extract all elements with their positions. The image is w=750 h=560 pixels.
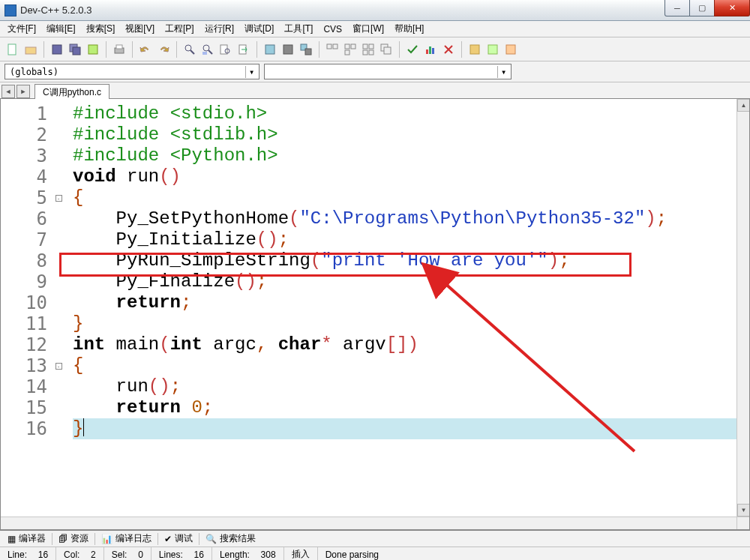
svg-rect-35 <box>488 45 497 54</box>
svg-rect-24 <box>345 50 350 55</box>
scope-combo[interactable]: (globals) ▾ <box>4 64 260 79</box>
new-file-icon[interactable] <box>4 41 21 58</box>
window-tile-icon[interactable] <box>360 41 376 58</box>
tool3-icon[interactable] <box>502 41 519 58</box>
svg-rect-36 <box>506 45 515 54</box>
code-line[interactable]: } <box>73 313 749 334</box>
svg-rect-34 <box>470 45 479 54</box>
delete-icon[interactable] <box>440 41 457 58</box>
open-icon[interactable] <box>22 41 39 58</box>
code-line[interactable]: int main(int argc, char* argv[]) <box>73 334 749 355</box>
code-line[interactable]: return 0; <box>73 397 749 418</box>
compile-icon[interactable] <box>262 41 278 58</box>
code-line[interactable]: void run() <box>73 166 749 187</box>
run-icon[interactable] <box>280 41 296 58</box>
status-col: Col: 2 <box>56 547 104 560</box>
scroll-up-button[interactable]: ▲ <box>737 99 750 112</box>
print-icon[interactable] <box>111 41 128 58</box>
output-tab-4[interactable]: 🔍搜索结果 <box>201 531 260 547</box>
undo-icon[interactable] <box>137 41 154 58</box>
code-line[interactable]: #include <stdio.h> <box>73 103 749 124</box>
tab-prev-button[interactable]: ◄ <box>2 85 15 98</box>
minimize-button[interactable]: ─ <box>664 0 690 16</box>
code-line[interactable]: Py_SetPythonHome("C:\Programs\Python\Pyt… <box>73 208 749 229</box>
scroll-down-button[interactable]: ▼ <box>737 504 750 517</box>
code-line[interactable]: { <box>73 355 749 376</box>
window-cascade-icon[interactable] <box>378 41 394 58</box>
check-icon: ✔ <box>164 534 172 544</box>
output-tab-label: 编译器 <box>19 532 46 545</box>
menu-item-2[interactable]: 搜索[S] <box>82 21 120 37</box>
tool2-icon[interactable] <box>484 41 501 58</box>
status-parse: Done parsing <box>318 547 386 560</box>
output-tab-2[interactable]: 📊编译日志 <box>97 531 156 547</box>
debug-check-icon[interactable] <box>404 41 421 58</box>
output-tabs: ▦编译器🗐资源📊编译日志✔调试🔍搜索结果 <box>0 530 750 547</box>
profile-icon[interactable] <box>422 41 439 58</box>
output-tab-3[interactable]: ✔调试 <box>160 531 197 547</box>
compile-run-icon[interactable] <box>298 41 314 58</box>
menu-item-4[interactable]: 工程[P] <box>160 21 199 37</box>
output-tab-label: 调试 <box>175 532 193 545</box>
svg-point-10 <box>203 45 209 51</box>
output-tab-0[interactable]: ▦编译器 <box>3 531 50 547</box>
horizontal-scrollbar[interactable] <box>1 517 736 529</box>
tab-next-button[interactable]: ► <box>16 85 30 98</box>
menu-item-9[interactable]: 窗口[W] <box>348 21 388 37</box>
menu-item-0[interactable]: 文件[F] <box>3 21 40 37</box>
code-line[interactable]: { <box>73 187 749 208</box>
member-combo[interactable]: ▾ <box>264 64 512 79</box>
save-icon[interactable] <box>49 41 65 58</box>
menu-item-10[interactable]: 帮助[H] <box>390 21 428 37</box>
res-icon: 🗐 <box>58 534 68 544</box>
selector-row: (globals) ▾ ▾ <box>0 61 750 82</box>
code-line[interactable]: Py_Initialize(); <box>73 229 749 250</box>
redo-icon[interactable] <box>155 41 172 58</box>
code-line[interactable]: } <box>73 418 749 439</box>
menu-item-6[interactable]: 调试[D] <box>240 21 278 37</box>
window-list1-icon[interactable] <box>324 41 340 58</box>
tab-file[interactable]: C调用python.c <box>34 84 110 99</box>
chevron-down-icon: ▾ <box>497 66 509 78</box>
fold-toggle[interactable]: - <box>56 363 62 370</box>
close-file-icon[interactable] <box>85 41 101 58</box>
tab-file-label: C调用python.c <box>43 87 101 97</box>
svg-rect-4 <box>73 47 80 55</box>
output-tab-1[interactable]: 🗐资源 <box>54 531 93 547</box>
tool1-icon[interactable] <box>466 41 483 58</box>
vertical-scrollbar[interactable]: ▲ ▼ <box>736 99 749 529</box>
menu-item-3[interactable]: 视图[V] <box>121 21 159 37</box>
find-in-files-icon[interactable] <box>218 41 234 58</box>
line-number-gutter: 12345678910111213141516 <box>1 99 53 529</box>
svg-line-9 <box>190 50 194 54</box>
code-line[interactable]: #include <stdlib.h> <box>73 124 749 145</box>
menu-item-5[interactable]: 运行[R] <box>200 21 238 37</box>
svg-rect-21 <box>333 44 338 49</box>
find-icon[interactable] <box>182 41 198 58</box>
window-list2-icon[interactable] <box>342 41 358 58</box>
editor-area: 12345678910111213141516 -- #include <std… <box>0 99 750 530</box>
search-icon: 🔍 <box>206 534 217 544</box>
svg-rect-2 <box>52 45 62 54</box>
menu-item-7[interactable]: 工具[T] <box>280 21 317 37</box>
output-tab-label: 编译日志 <box>116 532 152 545</box>
fold-toggle[interactable]: - <box>56 195 62 202</box>
svg-rect-27 <box>363 50 368 55</box>
goto-icon[interactable] <box>236 41 252 58</box>
status-line: Line: 16 <box>0 547 56 560</box>
grid-icon: ▦ <box>8 534 16 544</box>
close-button[interactable]: ✕ <box>714 0 750 16</box>
menu-item-8[interactable]: CVS <box>319 22 346 36</box>
save-all-icon[interactable] <box>67 41 83 58</box>
code-editor[interactable]: #include <stdio.h>#include <stdlib.h>#in… <box>64 99 749 529</box>
svg-rect-20 <box>327 44 332 49</box>
code-line[interactable]: return; <box>73 292 749 313</box>
code-line[interactable]: #include <Python.h> <box>73 145 749 166</box>
replace-icon[interactable] <box>200 41 216 58</box>
bar-icon: 📊 <box>101 534 112 544</box>
menu-item-1[interactable]: 编辑[E] <box>42 21 80 37</box>
maximize-button[interactable]: ▢ <box>689 0 715 16</box>
annotation-highlight-box <box>59 253 632 277</box>
title-bar: Dev-C++ 5.2.0.3 ─ ▢ ✕ <box>0 0 750 21</box>
code-line[interactable]: run(); <box>73 376 749 397</box>
